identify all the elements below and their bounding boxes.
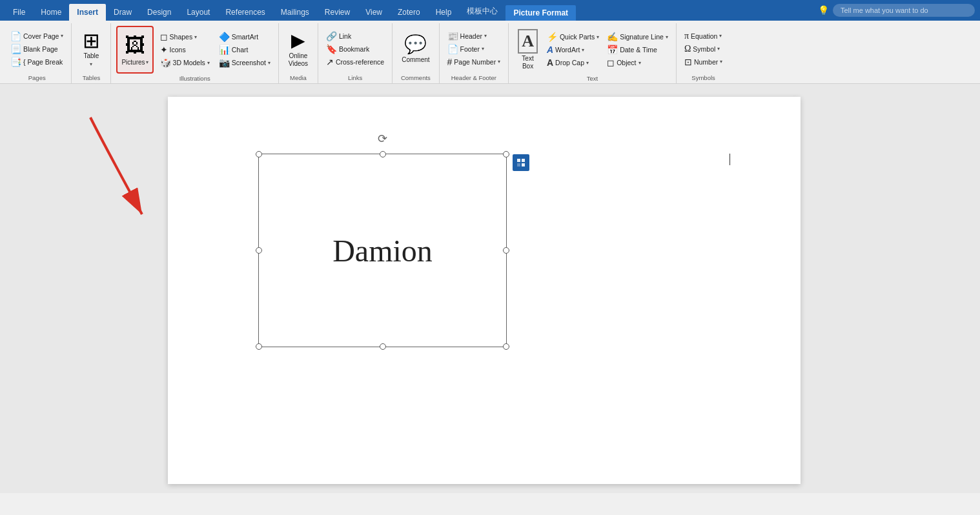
quick-parts-button[interactable]: ⚡ Quick Parts ▾ bbox=[544, 30, 602, 43]
pages-content: 📄 Cover Page ▾ 📃 Blank Page 📑 { Page Bre… bbox=[8, 25, 66, 73]
date-time-button[interactable]: 📅 Date & Time bbox=[604, 43, 671, 56]
page-break-button[interactable]: 📑 { Page Break bbox=[8, 56, 66, 68]
footer-label: Footer bbox=[460, 45, 480, 53]
rotate-handle[interactable]: ⟳ bbox=[375, 131, 391, 146]
tab-mailings[interactable]: Mailings bbox=[273, 4, 317, 21]
equation-label: Equation bbox=[691, 32, 717, 40]
header-caret: ▾ bbox=[484, 33, 487, 39]
tab-zotero[interactable]: Zotero bbox=[390, 4, 428, 21]
online-videos-button[interactable]: ▶ OnlineVideos bbox=[284, 26, 312, 72]
text-content: A TextBox ⚡ Quick Parts ▾ A WordArt ▾ bbox=[514, 25, 671, 74]
cover-page-label: Cover Page bbox=[23, 32, 59, 40]
ribbon-group-media: ▶ OnlineVideos Media bbox=[279, 23, 318, 83]
image-selection-box[interactable]: ⟳ Damion bbox=[258, 154, 507, 347]
3d-icon: 🎲 bbox=[160, 57, 171, 68]
tab-insert[interactable]: Insert bbox=[69, 4, 106, 21]
handle-bottom-left[interactable] bbox=[256, 343, 262, 350]
ribbon-group-text: A TextBox ⚡ Quick Parts ▾ A WordArt ▾ bbox=[509, 23, 677, 83]
symbols-buttons: π Equation ▾ Ω Symbol ▾ ⊡ Number ▾ bbox=[682, 30, 725, 68]
tab-picture-format[interactable]: Picture Format bbox=[505, 5, 576, 21]
signature-label: Signature Line bbox=[620, 33, 664, 41]
symbol-label: Symbol bbox=[693, 45, 715, 53]
footer-caret: ▾ bbox=[482, 46, 484, 52]
tab-home[interactable]: Home bbox=[33, 4, 69, 21]
tables-label: Tables bbox=[77, 73, 105, 83]
handle-top-right[interactable] bbox=[503, 151, 509, 157]
tab-help[interactable]: Help bbox=[428, 4, 460, 21]
wordart-button[interactable]: A WordArt ▾ bbox=[544, 43, 602, 56]
number-button[interactable]: ⊡ Number ▾ bbox=[682, 56, 725, 68]
drop-cap-button[interactable]: A Drop Cap ▾ bbox=[544, 56, 602, 69]
tab-references[interactable]: References bbox=[218, 4, 272, 21]
page-number-icon: # bbox=[447, 57, 453, 67]
pictures-button[interactable]: 🖼 Pictures ▾ bbox=[116, 26, 153, 74]
ribbon: 📄 Cover Page ▾ 📃 Blank Page 📑 { Page Bre… bbox=[0, 21, 980, 84]
header-label: Header bbox=[460, 32, 482, 40]
tab-design[interactable]: Design bbox=[139, 4, 179, 21]
equation-button[interactable]: π Equation ▾ bbox=[682, 30, 725, 43]
drop-cap-label: Drop Cap bbox=[555, 59, 584, 66]
footer-button[interactable]: 📄 Footer ▾ bbox=[445, 43, 504, 56]
smartart-button[interactable]: 🔷 SmartArt bbox=[216, 30, 273, 43]
3d-models-button[interactable]: 🎲 3D Models ▾ bbox=[158, 56, 212, 69]
cover-page-button[interactable]: 📄 Cover Page ▾ bbox=[8, 30, 66, 43]
ribbon-group-illustrations: 🖼 Pictures ▾ ◻ Shapes ▾ ✦ Icons bbox=[111, 23, 278, 83]
ribbon-group-pages: 📄 Cover Page ▾ 📃 Blank Page 📑 { Page Bre… bbox=[3, 23, 72, 83]
handle-middle-right[interactable] bbox=[503, 247, 509, 254]
shapes-button[interactable]: ◻ Shapes ▾ bbox=[158, 30, 212, 43]
object-button[interactable]: ◻ Object ▾ bbox=[604, 56, 671, 69]
header-button[interactable]: 📰 Header ▾ bbox=[445, 30, 504, 43]
icons-button[interactable]: ✦ Icons bbox=[158, 43, 212, 56]
tab-draw[interactable]: Draw bbox=[106, 4, 139, 21]
ribbon-group-header-footer: 📰 Header ▾ 📄 Footer ▾ # Page Number ▾ bbox=[440, 23, 509, 83]
quick-parts-caret: ▾ bbox=[597, 34, 599, 40]
comment-icon: 💬 bbox=[404, 34, 427, 55]
text-box-button[interactable]: A TextBox bbox=[514, 26, 542, 74]
quick-parts-label: Quick Parts bbox=[560, 33, 595, 41]
handle-bottom-right[interactable] bbox=[503, 343, 509, 350]
ribbon-group-symbols: π Equation ▾ Ω Symbol ▾ ⊡ Number ▾ bbox=[677, 23, 730, 83]
cursor-line bbox=[730, 154, 730, 165]
handle-middle-left[interactable] bbox=[256, 247, 262, 254]
handle-bottom-middle[interactable] bbox=[380, 343, 386, 350]
cross-reference-button[interactable]: ↗ Cross-reference bbox=[323, 56, 387, 68]
signature-line-button[interactable]: ✍ Signature Line ▾ bbox=[604, 30, 671, 43]
date-time-icon: 📅 bbox=[607, 45, 618, 55]
handle-top-middle[interactable] bbox=[380, 151, 386, 157]
table-caret: ▾ bbox=[90, 61, 92, 67]
link-button[interactable]: 🔗 Link bbox=[323, 30, 387, 43]
number-caret: ▾ bbox=[720, 59, 722, 65]
symbols-label: Symbols bbox=[682, 73, 725, 83]
illustrations-label: Illustrations bbox=[116, 74, 272, 84]
header-footer-content: 📰 Header ▾ 📄 Footer ▾ # Page Number ▾ bbox=[445, 25, 504, 73]
tab-file[interactable]: File bbox=[5, 4, 33, 21]
blank-page-button[interactable]: 📃 Blank Page bbox=[8, 43, 66, 56]
handle-top-left[interactable] bbox=[256, 151, 262, 157]
layout-options-button[interactable] bbox=[513, 154, 529, 171]
tab-layout[interactable]: Layout bbox=[179, 4, 218, 21]
chart-button[interactable]: 📊 Chart bbox=[216, 43, 273, 56]
symbol-button[interactable]: Ω Symbol ▾ bbox=[682, 43, 725, 56]
table-button[interactable]: ⊞ Table ▾ bbox=[77, 26, 105, 72]
tab-template[interactable]: 模板中心 bbox=[459, 2, 505, 21]
tab-view[interactable]: View bbox=[358, 4, 390, 21]
bookmark-button[interactable]: 🔖 Bookmark bbox=[323, 43, 387, 56]
comment-button[interactable]: 💬 Comment bbox=[398, 26, 433, 72]
comments-content: 💬 Comment bbox=[398, 25, 433, 73]
signature-icon: ✍ bbox=[607, 32, 618, 42]
screenshot-button[interactable]: 📷 Screenshot ▾ bbox=[216, 56, 273, 69]
svg-rect-2 bbox=[522, 159, 525, 162]
page-number-button[interactable]: # Page Number ▾ bbox=[445, 56, 504, 68]
tab-review[interactable]: Review bbox=[317, 4, 358, 21]
links-label: Links bbox=[323, 73, 387, 83]
icons-label: Icons bbox=[170, 46, 186, 54]
text-box-icon: A bbox=[518, 29, 538, 54]
bookmark-label: Bookmark bbox=[339, 45, 369, 53]
signature-caret: ▾ bbox=[666, 34, 668, 40]
chart-label: Chart bbox=[232, 46, 249, 54]
symbol-icon: Ω bbox=[684, 44, 691, 54]
tell-me-input[interactable] bbox=[833, 4, 975, 17]
pages-buttons: 📄 Cover Page ▾ 📃 Blank Page 📑 { Page Bre… bbox=[8, 30, 66, 68]
table-label: Table bbox=[84, 52, 99, 60]
cover-page-caret: ▾ bbox=[61, 33, 63, 39]
